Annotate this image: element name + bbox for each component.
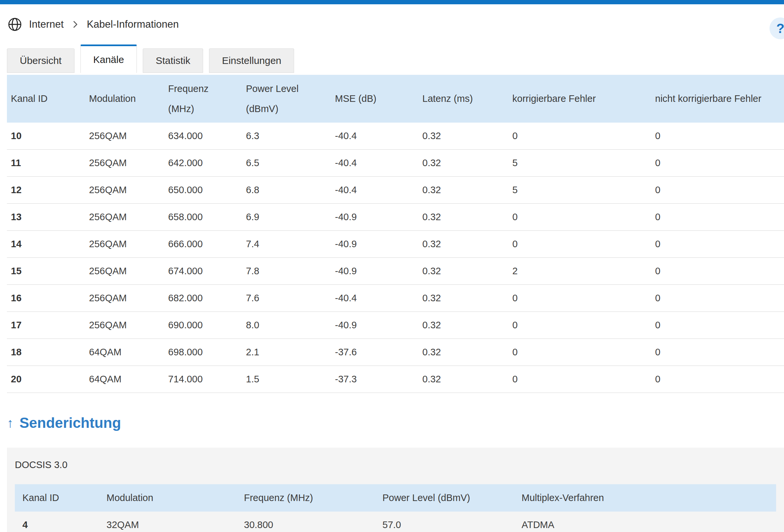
table-cell: 682.000: [164, 293, 242, 304]
table-cell: 0: [508, 212, 651, 223]
column-header: nicht korrigierbare Fehler: [651, 75, 784, 122]
table-cell: 0: [651, 266, 784, 277]
table-cell: 13: [7, 212, 85, 223]
table-row: 1864QAM698.0002.1-37.60.3200: [7, 339, 784, 366]
table-row: 10256QAM634.0006.3-40.40.3200: [7, 122, 784, 150]
table-cell: 17: [7, 320, 85, 331]
table-cell: 0.32: [418, 185, 508, 195]
arrow-up-icon: ↑: [7, 416, 13, 430]
table-cell: -40.9: [331, 239, 418, 250]
table-cell: 5: [508, 158, 651, 168]
table-cell: 0.32: [418, 131, 508, 141]
table-cell: 14: [7, 239, 85, 250]
table-cell: 12: [7, 185, 85, 195]
table-row: 17256QAM690.0008.0-40.90.3200: [7, 312, 784, 339]
table-cell: 2: [508, 266, 651, 277]
table-cell: 0: [508, 374, 651, 385]
table-cell: 0.32: [418, 320, 508, 331]
table-cell: 0.32: [418, 158, 508, 168]
table-cell: -37.6: [331, 347, 418, 358]
column-header: korrigierbare Fehler: [508, 75, 651, 122]
table-cell: 256QAM: [85, 158, 164, 168]
table-row: 16256QAM682.0007.6-40.40.3200: [7, 285, 784, 312]
table-cell: -40.4: [331, 185, 418, 195]
table-cell: -37.3: [331, 374, 418, 385]
table-cell: 18: [7, 347, 85, 358]
table-cell: 0: [651, 212, 784, 223]
table-cell: 7.6: [242, 293, 331, 304]
column-header: Modulation: [99, 484, 236, 511]
downstream-channel-table: Kanal IDModulationFrequenz(MHz)Power Lev…: [7, 75, 784, 393]
table-cell: 256QAM: [85, 131, 164, 141]
table-cell: 57.0: [375, 520, 514, 530]
table-cell: 0: [651, 374, 784, 385]
column-header: Frequenz(MHz): [164, 75, 242, 122]
table-cell: 0: [651, 347, 784, 358]
table-cell: 0: [508, 131, 651, 141]
table-cell: 256QAM: [85, 212, 164, 223]
table-cell: 658.000: [164, 212, 242, 223]
column-header: MSE (dB): [331, 75, 418, 122]
table-row: 14256QAM666.0007.4-40.90.3200: [7, 231, 784, 258]
table-cell: 256QAM: [85, 185, 164, 195]
table-cell: 5: [508, 185, 651, 195]
table-cell: 6.9: [242, 212, 331, 223]
table-row: 12256QAM650.0006.8-40.40.3250: [7, 177, 784, 204]
tab-einstellungen[interactable]: Einstellungen: [209, 49, 294, 73]
table-row: 15256QAM674.0007.8-40.90.3220: [7, 258, 784, 285]
table-cell: 634.000: [164, 131, 242, 141]
table-row: 2064QAM714.0001.5-37.30.3200: [7, 366, 784, 393]
upstream-section-title: ↑ Senderichtung: [7, 415, 784, 431]
table-row: 11256QAM642.0006.5-40.40.3250: [7, 150, 784, 177]
breadcrumb-internet[interactable]: Internet: [29, 19, 64, 30]
column-header: Modulation: [85, 75, 164, 122]
internet-globe-icon: [8, 18, 22, 31]
tab-bar: ÜbersichtKanäleStatistikEinstellungen: [0, 45, 784, 73]
table-cell: 714.000: [164, 374, 242, 385]
chevron-right-icon: [70, 20, 80, 29]
table-cell: -40.9: [331, 212, 418, 223]
table-cell: 0: [508, 293, 651, 304]
table-cell: 4: [15, 520, 99, 530]
question-mark-icon: ?: [777, 21, 784, 36]
page-header: Internet Kabel-Informationen ?: [0, 4, 784, 45]
section-title-label: Senderichtung: [20, 415, 121, 431]
table-cell: -40.9: [331, 266, 418, 277]
table-cell: 20: [7, 374, 85, 385]
table-cell: 0: [651, 239, 784, 250]
table-cell: 30.800: [236, 520, 375, 530]
help-button[interactable]: ?: [769, 18, 784, 39]
table-cell: ATDMA: [514, 520, 776, 530]
table-cell: 15: [7, 266, 85, 277]
column-header: Power Level(dBmV): [242, 75, 331, 122]
table-cell: -40.4: [331, 293, 418, 304]
table-cell: 0.32: [418, 293, 508, 304]
table-cell: 2.1: [242, 347, 331, 358]
table-cell: 7.8: [242, 266, 331, 277]
column-header: Kanal ID: [15, 484, 99, 511]
table-cell: 666.000: [164, 239, 242, 250]
table-cell: 0: [651, 158, 784, 168]
upstream-channel-table: Kanal IDModulationFrequenz (MHz)Power Le…: [15, 484, 776, 532]
table-cell: 0.32: [418, 212, 508, 223]
table-cell: 7.4: [242, 239, 331, 250]
table-cell: -40.9: [331, 320, 418, 331]
tab-uebersicht[interactable]: Übersicht: [7, 49, 75, 73]
column-header: Latenz (ms): [418, 75, 508, 122]
table-cell: 0.32: [418, 266, 508, 277]
breadcrumb: Internet Kabel-Informationen: [29, 19, 179, 30]
table-cell: 0: [508, 239, 651, 250]
table-cell: 10: [7, 131, 85, 141]
table-cell: 64QAM: [85, 374, 164, 385]
table-row: 13256QAM658.0006.9-40.90.3200: [7, 204, 784, 231]
tab-kanaele[interactable]: Kanäle: [80, 45, 137, 73]
table-cell: 0: [651, 185, 784, 195]
tab-statistik[interactable]: Statistik: [143, 49, 203, 73]
docsis-panel: DOCSIS 3.0 Kanal IDModulationFrequenz (M…: [7, 448, 784, 532]
column-header: Power Level (dBmV): [375, 484, 514, 511]
table-header-row: Kanal IDModulationFrequenz(MHz)Power Lev…: [7, 75, 784, 122]
table-cell: 6.8: [242, 185, 331, 195]
table-cell: 8.0: [242, 320, 331, 331]
table-header-row: Kanal IDModulationFrequenz (MHz)Power Le…: [15, 484, 776, 511]
table-cell: 642.000: [164, 158, 242, 168]
